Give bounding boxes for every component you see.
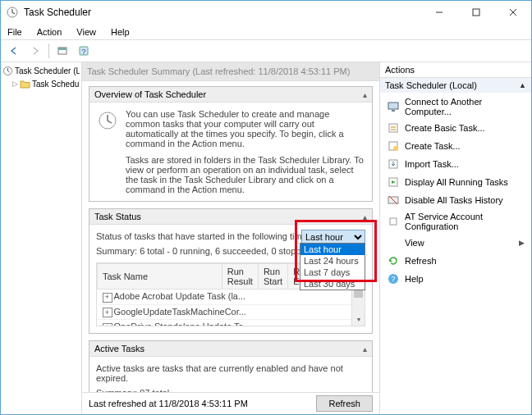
computer-icon [387, 100, 400, 113]
table-row[interactable]: OneDrive Standalone Update Ta... [114, 322, 251, 326]
menubar: File Action View Help [1, 24, 531, 40]
action-import[interactable]: Import Task... [380, 155, 531, 173]
svg-rect-9 [392, 110, 395, 112]
actions-subtitle: Task Scheduler (Local) [385, 80, 477, 90]
col-runstart[interactable]: Run Start [258, 264, 287, 290]
active-title: Active Tasks [94, 344, 144, 353]
action-help[interactable]: ?Help [380, 270, 531, 288]
tree-child-item[interactable]: ▷ Task Scheduler Library [2, 77, 80, 90]
footer: Last refreshed at 11/8/2018 4:53:11 PM R… [82, 392, 379, 414]
action-refresh[interactable]: Refresh [380, 252, 531, 270]
toolbar-icon-1[interactable] [53, 41, 72, 61]
svg-rect-16 [390, 218, 397, 225]
col-runresult[interactable]: Run Result [222, 264, 258, 290]
active-desc: Active tasks are tasks that are currentl… [96, 363, 365, 383]
action-at-service[interactable]: AT Service Account Configuration [380, 209, 531, 234]
dropdown-option[interactable]: Last 7 days [300, 267, 365, 278]
clock-icon [2, 65, 13, 76]
collapse-icon[interactable]: ▲ [519, 81, 526, 89]
help-icon: ? [387, 272, 400, 285]
folder-icon [20, 78, 30, 89]
maximize-button[interactable] [457, 1, 494, 24]
task-icon [387, 121, 400, 135]
menu-view[interactable]: View [73, 25, 99, 39]
time-period-dropdown: Last hour Last 24 hours Last 7 days Last… [300, 243, 365, 290]
task-status-panel: Task Status▴ Status of tasks that have s… [89, 208, 373, 334]
svg-rect-3 [58, 48, 66, 50]
back-button[interactable] [4, 41, 24, 61]
refresh-button[interactable]: Refresh [316, 395, 373, 412]
history-icon [387, 194, 400, 207]
import-icon [387, 157, 400, 171]
expand-row-icon[interactable]: + [103, 323, 112, 327]
svg-text:?: ? [81, 48, 85, 56]
forward-button[interactable] [25, 41, 45, 61]
overview-p1: You can use Task Scheduler to create and… [126, 109, 365, 148]
overview-p2: Tasks are stored in folders in the Task … [126, 155, 365, 194]
status-title: Task Status [94, 212, 141, 221]
menu-file[interactable]: File [4, 25, 25, 39]
collapse-icon[interactable]: ▴ [363, 90, 367, 99]
table-row[interactable]: Adobe Acrobat Update Task (la... [114, 291, 246, 301]
svg-rect-8 [388, 103, 398, 109]
table-row[interactable]: GoogleUpdateTaskMachineCor... [114, 307, 246, 317]
svg-text:?: ? [391, 275, 395, 283]
config-icon [387, 215, 400, 228]
titlebar: Task Scheduler [1, 1, 531, 24]
overview-title: Overview of Task Scheduler [94, 89, 206, 99]
clock-large-icon [96, 109, 119, 194]
minimize-button[interactable] [420, 1, 457, 24]
tree-root-item[interactable]: Task Scheduler (Local) [2, 64, 80, 77]
app-icon [6, 6, 19, 19]
footer-text: Last refreshed at 11/8/2018 4:53:11 PM [89, 399, 248, 408]
running-icon [387, 176, 400, 189]
action-connect[interactable]: Connect to Another Computer... [380, 94, 531, 119]
action-view[interactable]: View▶ [380, 234, 531, 252]
menu-action[interactable]: Action [34, 25, 66, 39]
refresh-icon [387, 254, 400, 267]
dropdown-option[interactable]: Last 24 hours [300, 255, 365, 267]
dropdown-option[interactable]: Last 30 days [300, 278, 365, 290]
action-create-basic[interactable]: Create Basic Task... [380, 119, 531, 137]
expand-row-icon[interactable]: + [103, 293, 112, 303]
toolbar: ? [1, 40, 531, 62]
collapse-icon[interactable]: ▴ [363, 344, 367, 353]
summary-header: Task Scheduler Summary (Last refreshed: … [82, 62, 379, 81]
actions-title: Actions [380, 62, 531, 78]
help-button[interactable]: ? [74, 41, 94, 61]
actions-panel: Actions Task Scheduler (Local)▲ Connect … [379, 62, 531, 414]
center-panel: Task Scheduler Summary (Last refreshed: … [82, 62, 379, 414]
menu-help[interactable]: Help [108, 25, 133, 39]
action-display-running[interactable]: Display All Running Tasks [380, 173, 531, 191]
expand-row-icon[interactable]: + [103, 308, 112, 317]
svg-point-12 [393, 146, 398, 151]
tree-panel: Task Scheduler (Local) ▷ Task Scheduler … [1, 62, 82, 414]
col-taskname[interactable]: Task Name [98, 264, 222, 290]
action-disable-history[interactable]: Disable All Tasks History [380, 191, 531, 209]
active-tasks-panel: Active Tasks▴ Active tasks are tasks tha… [89, 340, 373, 392]
action-create-task[interactable]: Create Task... [380, 137, 531, 155]
close-button[interactable] [494, 1, 531, 24]
overview-panel: Overview of Task Scheduler▴ You can use … [89, 86, 373, 202]
collapse-icon[interactable]: ▴ [363, 212, 367, 221]
svg-rect-1 [473, 9, 479, 16]
window-title: Task Scheduler [24, 7, 91, 18]
expand-icon[interactable]: ▷ [12, 80, 18, 88]
svg-rect-10 [389, 124, 397, 132]
active-summary: Summary: 97 total [96, 388, 365, 392]
dropdown-option[interactable]: Last hour [300, 244, 365, 255]
task-icon [387, 139, 400, 153]
